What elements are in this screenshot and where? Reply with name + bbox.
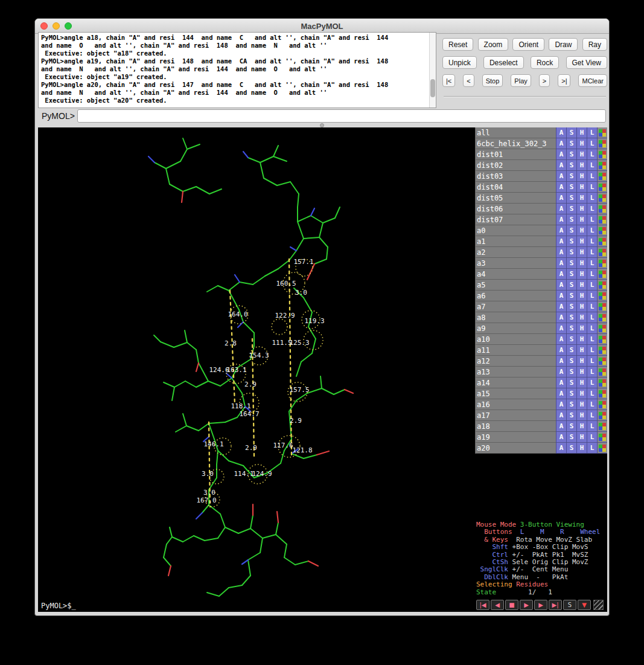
show-menu-button[interactable]: S [566,377,576,388]
hide-menu-button[interactable]: H [576,377,587,388]
color-menu-button[interactable] [597,334,607,345]
movie-next-button[interactable]: > [539,74,550,87]
hide-menu-button[interactable]: H [576,301,587,312]
resize-grip[interactable] [593,600,604,610]
show-menu-button[interactable]: S [566,127,576,138]
action-menu-button[interactable]: A [556,301,566,312]
hide-menu-button[interactable]: H [576,127,587,138]
object-name[interactable]: a7 [475,301,556,312]
hide-menu-button[interactable]: H [576,334,587,345]
mouse-mode-panel[interactable]: Mouse Mode 3-Button Viewing Buttons L M … [476,521,607,596]
show-menu-button[interactable]: S [566,421,576,432]
show-menu-button[interactable]: S [566,182,576,193]
hide-menu-button[interactable]: H [576,214,587,225]
color-menu-button[interactable] [597,377,607,388]
label-menu-button[interactable]: L [587,388,597,399]
show-menu-button[interactable]: S [566,388,576,399]
color-menu-button[interactable] [597,258,607,269]
action-menu-button[interactable]: A [556,312,566,323]
show-menu-button[interactable]: S [566,214,576,225]
label-menu-button[interactable]: L [587,193,597,204]
hide-menu-button[interactable]: H [576,247,587,258]
object-name[interactable]: dist02 [475,160,556,171]
label-menu-button[interactable]: L [587,421,597,432]
color-menu-button[interactable] [597,323,607,334]
movie-last-button[interactable]: ▶| [549,600,562,610]
show-menu-button[interactable]: S [566,171,576,182]
label-menu-button[interactable]: L [587,334,597,345]
label-menu-button[interactable]: L [587,291,597,301]
object-name[interactable]: dist04 [475,182,556,193]
label-menu-button[interactable]: L [587,236,597,247]
color-menu-button[interactable] [597,421,607,432]
object-name[interactable]: a0 [475,225,556,236]
show-menu-button[interactable]: S [566,236,576,247]
get-view-button[interactable]: Get View [566,56,607,69]
color-menu-button[interactable] [597,160,607,171]
object-name[interactable]: a14 [475,377,556,388]
draw-button[interactable]: Draw [549,38,578,51]
action-menu-button[interactable]: A [556,399,566,410]
label-menu-button[interactable]: L [587,323,597,334]
color-menu-button[interactable] [597,182,607,193]
show-menu-button[interactable]: S [566,193,576,204]
show-menu-button[interactable]: S [566,312,576,323]
object-name[interactable]: a18 [475,421,556,432]
object-name[interactable]: dist03 [475,171,556,182]
label-menu-button[interactable]: L [587,345,597,356]
color-menu-button[interactable] [597,410,607,421]
show-menu-button[interactable]: S [566,410,576,421]
action-menu-button[interactable]: A [556,171,566,182]
hide-menu-button[interactable]: H [576,258,587,269]
movie-play-button[interactable]: ▶ [520,600,533,610]
action-menu-button[interactable]: A [556,193,566,204]
object-name[interactable]: a10 [475,334,556,345]
show-menu-button[interactable]: S [566,160,576,171]
color-menu-button[interactable] [597,312,607,323]
hide-menu-button[interactable]: H [576,149,587,160]
action-menu-button[interactable]: A [556,269,566,280]
object-name[interactable]: a13 [475,367,556,377]
hide-menu-button[interactable]: H [576,323,587,334]
hide-menu-button[interactable]: H [576,312,587,323]
object-name[interactable]: a1 [475,236,556,247]
label-menu-button[interactable]: L [587,410,597,421]
label-menu-button[interactable]: L [587,171,597,182]
color-menu-button[interactable] [597,214,607,225]
movie-clear-button[interactable]: MClear [578,74,607,87]
unpick-button[interactable]: Unpick [442,56,477,69]
viewport-3d[interactable]: 157.1160.53.0164.0122.9119.32.8111.5125.… [38,127,472,612]
zoom-button[interactable]: Zoom [478,38,509,51]
show-menu-button[interactable]: S [566,138,576,149]
show-menu-button[interactable]: S [566,247,576,258]
hide-menu-button[interactable]: H [576,171,587,182]
action-menu-button[interactable]: A [556,258,566,269]
movie-first-button[interactable]: |◀ [476,600,489,610]
object-name[interactable]: a17 [475,410,556,421]
label-menu-button[interactable]: L [587,138,597,149]
hide-menu-button[interactable]: H [576,225,587,236]
color-menu-button[interactable] [597,432,607,443]
object-name[interactable]: a4 [475,269,556,280]
show-menu-button[interactable]: S [566,432,576,443]
object-name[interactable]: a2 [475,247,556,258]
action-menu-button[interactable]: A [556,149,566,160]
color-menu-button[interactable] [597,171,607,182]
show-menu-button[interactable]: S [566,345,576,356]
color-menu-button[interactable] [597,356,607,367]
hide-menu-button[interactable]: H [576,269,587,280]
action-menu-button[interactable]: A [556,204,566,214]
color-menu-button[interactable] [597,280,607,291]
movie-stop-button[interactable]: ■ [505,600,518,610]
object-name[interactable]: all [475,127,556,138]
action-menu-button[interactable]: A [556,377,566,388]
object-name[interactable]: a11 [475,345,556,356]
color-menu-button[interactable] [597,193,607,204]
color-menu-button[interactable] [597,291,607,301]
color-menu-button[interactable] [597,345,607,356]
object-name[interactable]: dist06 [475,204,556,214]
show-menu-button[interactable]: S [566,367,576,377]
hide-menu-button[interactable]: H [576,160,587,171]
object-name[interactable]: a8 [475,312,556,323]
action-menu-button[interactable]: A [556,291,566,301]
